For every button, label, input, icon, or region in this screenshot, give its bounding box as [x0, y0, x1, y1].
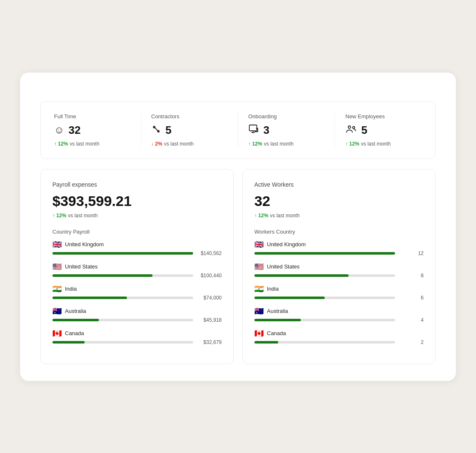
- panel-main-number: $393,599.21: [52, 193, 222, 209]
- flag-icon: 🇨🇦: [254, 330, 264, 337]
- employees-icon: [345, 124, 357, 136]
- bar-fill: [52, 274, 153, 277]
- summary-label: Full Time: [54, 113, 131, 120]
- dashboard-container: Full Time ☺ 32 ↑ 12% vs last month Contr…: [20, 73, 456, 381]
- bar-value: $45,918: [197, 317, 222, 323]
- country-row: 🇨🇦 Canada $32,679: [52, 330, 222, 345]
- country-name: United States: [267, 263, 300, 270]
- country-row: 🇬🇧 United Kingdom 12: [254, 241, 424, 256]
- bar-value: 12: [398, 250, 424, 256]
- bar-track: [254, 252, 395, 255]
- country-row: 🇬🇧 United Kingdom $140,562: [52, 241, 222, 256]
- country-name: Australia: [267, 308, 288, 314]
- change-arrow: ↑ 12%: [345, 141, 359, 147]
- panel-change-label: vs last month: [270, 213, 300, 219]
- summary-number: 5: [166, 124, 171, 137]
- country-name: United Kingdom: [65, 241, 104, 247]
- contractor-icon: [151, 124, 161, 136]
- country-row: 🇺🇸 United States 8: [254, 263, 424, 279]
- change-label: vs last month: [361, 141, 391, 147]
- country-name: United States: [65, 263, 98, 270]
- change-label: vs last month: [164, 141, 194, 147]
- country-row: 🇮🇳 India 6: [254, 285, 424, 301]
- country-name: Australia: [65, 308, 86, 314]
- country-row: 🇮🇳 India $74,000: [52, 285, 222, 301]
- summary-label: Onboarding: [248, 113, 325, 120]
- summary-number: 3: [264, 124, 269, 137]
- bar-track: [52, 274, 193, 277]
- payroll-panel: Payroll expenses $393,599.21 ↑ 12% vs la…: [40, 169, 234, 364]
- summary-card-new-employees: New Employees 5 ↑ 12% vs last month: [345, 113, 422, 147]
- flag-icon: 🇦🇺: [52, 307, 62, 315]
- svg-point-8: [353, 127, 355, 129]
- country-name: Canada: [65, 330, 84, 336]
- country-row: 🇺🇸 United States $100,440: [52, 263, 222, 279]
- bar-track: [52, 297, 193, 299]
- bar-fill: [254, 319, 301, 321]
- country-name: India: [65, 286, 77, 292]
- change-arrow: ↑ 12%: [248, 141, 262, 147]
- onboarding-icon: [248, 124, 259, 136]
- panel-change: ↑ 12% vs last month: [254, 213, 424, 219]
- bar-track: [52, 319, 193, 321]
- smiley-icon: ☺: [54, 124, 65, 136]
- bar-track: [52, 252, 193, 255]
- summary-change: ↑ 12% vs last month: [54, 141, 131, 147]
- flag-icon: 🇺🇸: [52, 263, 62, 271]
- bar-value: 6: [398, 295, 424, 301]
- country-name: Canada: [267, 330, 286, 336]
- summary-card-contractors: Contractors 5 ↓ 2% vs last month: [151, 113, 238, 147]
- summary-number: 5: [361, 124, 367, 137]
- bar-value: $140,562: [197, 250, 222, 256]
- summary-card-onboarding: Onboarding 3 ↑ 12% vs last month: [248, 113, 336, 147]
- svg-line-0: [153, 126, 159, 132]
- summary-change: ↓ 2% vs last month: [151, 141, 228, 147]
- bar-track: [52, 341, 193, 344]
- change-label: vs last month: [264, 141, 294, 147]
- panel-change-pct: ↑ 12%: [52, 213, 66, 219]
- summary-label: New Employees: [345, 113, 422, 120]
- section-label: Country Payroll: [52, 229, 222, 235]
- bar-fill: [254, 297, 325, 299]
- change-label: vs last month: [70, 141, 99, 147]
- summary-change: ↑ 12% vs last month: [248, 141, 325, 147]
- flag-icon: 🇺🇸: [254, 263, 264, 271]
- bar-value: 8: [398, 273, 424, 279]
- bar-track: [254, 319, 395, 321]
- summary-card-full-time: Full Time ☺ 32 ↑ 12% vs last month: [54, 113, 141, 147]
- bar-value: $32,679: [197, 339, 222, 345]
- bar-fill: [254, 252, 395, 255]
- flag-icon: 🇬🇧: [254, 241, 264, 248]
- summary-change: ↑ 12% vs last month: [345, 141, 422, 147]
- flag-icon: 🇦🇺: [254, 307, 264, 315]
- change-arrow: ↓ 2%: [151, 141, 163, 147]
- country-row: 🇦🇺 Australia $45,918: [52, 307, 222, 323]
- bar-value: 2: [398, 339, 424, 345]
- panels-row: Payroll expenses $393,599.21 ↑ 12% vs la…: [40, 169, 436, 364]
- workers-panel: Active Workers 32 ↑ 12% vs last month Wo…: [242, 169, 436, 364]
- flag-icon: 🇮🇳: [254, 285, 264, 293]
- bar-fill: [254, 341, 278, 344]
- panel-title: Active Workers: [254, 181, 424, 188]
- flag-icon: 🇬🇧: [52, 241, 62, 248]
- summary-number: 32: [69, 124, 81, 137]
- panel-title: Payroll expenses: [52, 181, 222, 188]
- svg-rect-3: [249, 125, 257, 131]
- panel-change: ↑ 12% vs last month: [52, 213, 222, 219]
- bar-track: [254, 297, 395, 299]
- flag-icon: 🇨🇦: [52, 330, 62, 337]
- bar-fill: [52, 297, 127, 299]
- flag-icon: 🇮🇳: [52, 285, 62, 293]
- bar-fill: [254, 274, 349, 277]
- section-label: Workers Country: [254, 229, 424, 235]
- svg-point-7: [348, 126, 351, 128]
- change-arrow: ↑ 12%: [54, 141, 68, 147]
- bar-track: [254, 341, 395, 344]
- bar-fill: [52, 341, 85, 344]
- bar-fill: [52, 319, 99, 321]
- panel-change-pct: ↑ 12%: [254, 213, 268, 219]
- bar-fill: [52, 252, 193, 255]
- panel-main-number: 32: [254, 193, 424, 209]
- summary-cards-row: Full Time ☺ 32 ↑ 12% vs last month Contr…: [40, 101, 436, 159]
- country-name: United Kingdom: [267, 241, 306, 247]
